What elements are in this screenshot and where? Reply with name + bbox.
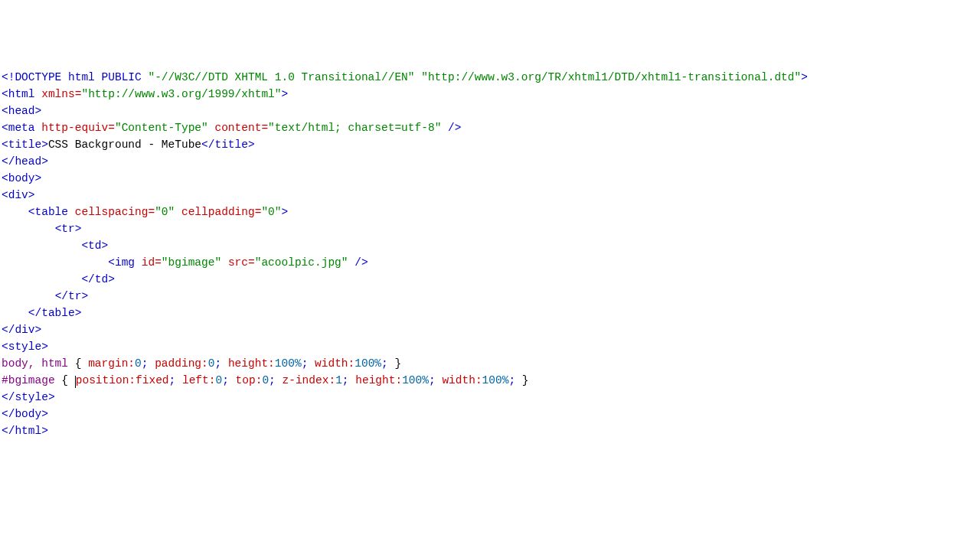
code-line: <td> (2, 240, 108, 252)
code-line: #bgimage { position:fixed; left:0; top:0… (2, 374, 529, 386)
code-line: </tr> (2, 290, 88, 302)
code-line: <head> (2, 105, 41, 117)
code-line: <tr> (2, 223, 81, 235)
code-line: <html xmlns="http://www.w3.org/1999/xhtm… (2, 88, 288, 100)
code-line: </html> (2, 425, 48, 437)
code-line: <table cellspacing="0" cellpadding="0"> (2, 206, 288, 218)
code-line: </div> (2, 324, 41, 336)
code-line: </head> (2, 155, 48, 168)
code-line: <title>CSS Background - MeTube</title> (2, 139, 255, 151)
code-line: </style> (2, 391, 55, 403)
code-line: <meta http-equiv="Content-Type" content=… (2, 122, 461, 134)
code-line: <!DOCTYPE html PUBLIC "-//W3C//DTD XHTML… (2, 71, 808, 83)
code-line: </table> (2, 307, 81, 319)
code-line: <style> (2, 341, 48, 353)
code-line: </body> (2, 408, 48, 420)
code-line: <body> (2, 172, 41, 184)
code-editor[interactable]: <!DOCTYPE html PUBLIC "-//W3C//DTD XHTML… (2, 69, 980, 439)
code-line: </td> (2, 273, 115, 285)
code-line: <div> (2, 189, 35, 201)
code-line: <img id="bgimage" src="acoolpic.jpg" /> (2, 256, 368, 269)
code-line: body, html { margin:0; padding:0; height… (2, 357, 401, 370)
text-cursor (75, 376, 76, 388)
